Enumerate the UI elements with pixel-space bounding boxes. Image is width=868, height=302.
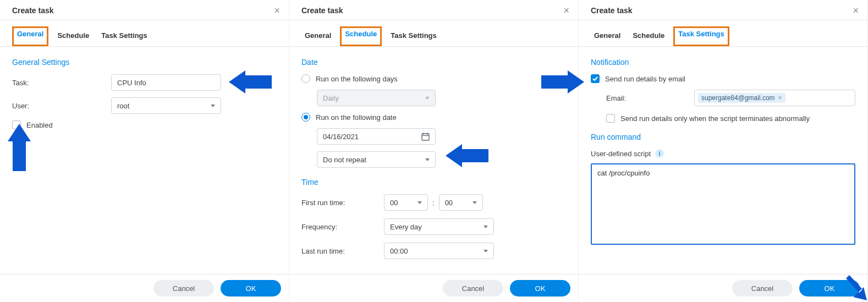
repeat-select[interactable]: Do not repeat (317, 151, 436, 168)
dialog-title: Create task (12, 6, 54, 15)
enabled-checkbox[interactable] (12, 120, 21, 129)
user-label: User: (12, 102, 111, 110)
tab-bar: General Schedule Task Settings (289, 20, 578, 47)
send-email-checkbox[interactable] (591, 74, 600, 83)
tab-task-settings[interactable]: Task Settings (387, 28, 440, 46)
email-input[interactable]: supergate84@gmail.com × (694, 90, 855, 106)
chevron-down-icon (473, 201, 477, 204)
user-select[interactable]: root (111, 97, 221, 114)
close-icon[interactable]: × (853, 6, 859, 15)
frequency-label: Frequency: (301, 223, 384, 231)
section-run-command: Run command (591, 133, 855, 141)
frequency-value: Every day (390, 223, 422, 231)
send-email-label: Send run details by email (605, 75, 685, 83)
dialog-header: Create task × (0, 0, 289, 20)
email-chip-text: supergate84@gmail.com (701, 94, 775, 102)
chevron-down-icon (425, 158, 430, 161)
tab-task-settings[interactable]: Task Settings (673, 26, 729, 46)
cancel-button[interactable]: Cancel (153, 280, 214, 296)
task-input[interactable] (111, 74, 221, 91)
dialog-task-settings: Create task × General Schedule Task Sett… (579, 0, 868, 302)
daily-value: Daily (323, 94, 339, 102)
ok-button[interactable]: OK (510, 280, 570, 296)
date-input[interactable]: 04/16/2021 (317, 128, 436, 145)
run-days-label: Run on the following days (316, 75, 398, 83)
svg-rect-3 (427, 133, 428, 134)
chevron-down-icon (484, 226, 488, 228)
tab-general[interactable]: General (591, 28, 624, 46)
dialog-general: Create task × General Schedule Task Sett… (0, 0, 289, 302)
tab-general[interactable]: General (301, 28, 334, 46)
last-run-select[interactable]: 00:00 (384, 243, 494, 259)
script-textarea[interactable] (591, 163, 855, 245)
dialog-schedule: Create task × General Schedule Task Sett… (289, 0, 579, 302)
cancel-button[interactable]: Cancel (732, 280, 793, 296)
dialog-header: Create task × (579, 0, 867, 20)
chevron-down-icon (211, 105, 215, 107)
dialog-body: Notification Send run details by email E… (579, 47, 867, 274)
chip-remove-icon[interactable]: × (778, 94, 782, 102)
section-date: Date (301, 58, 566, 67)
user-select-value: root (117, 102, 129, 110)
ok-button[interactable]: OK (799, 280, 860, 296)
enabled-label: Enabled (26, 121, 53, 129)
hour-select[interactable]: 00 (384, 194, 428, 211)
daily-select: Daily (317, 90, 436, 106)
chevron-down-icon (417, 201, 422, 204)
minute-select[interactable]: 00 (439, 194, 483, 211)
user-script-label: User-defined script (591, 150, 651, 158)
section-time: Time (301, 178, 566, 186)
radio-run-days[interactable] (301, 74, 310, 83)
chevron-down-icon (425, 97, 430, 100)
last-run-value: 00:00 (390, 247, 408, 255)
section-general-settings: General Settings (12, 58, 277, 67)
minute-value: 00 (445, 199, 453, 207)
dialog-header: Create task × (289, 0, 578, 20)
dialog-footer: Cancel OK (579, 274, 867, 302)
email-chip: supergate84@gmail.com × (698, 93, 785, 103)
abnormal-label: Send run details only when the script te… (620, 114, 810, 123)
radio-run-date[interactable] (301, 113, 310, 122)
dialog-title: Create task (591, 6, 633, 15)
first-run-label: First run time: (301, 199, 384, 207)
tab-task-settings[interactable]: Task Settings (98, 28, 151, 46)
section-notification: Notification (591, 58, 855, 67)
dialog-body: General Settings Task: User: root Enable… (0, 47, 289, 274)
close-icon[interactable]: × (563, 6, 569, 15)
dialog-footer: Cancel OK (0, 274, 289, 302)
abnormal-checkbox[interactable] (606, 114, 615, 123)
cancel-button[interactable]: Cancel (443, 280, 503, 296)
time-colon: : (432, 199, 435, 207)
chevron-down-icon (484, 250, 488, 252)
task-input-field[interactable] (117, 79, 215, 87)
tab-schedule[interactable]: Schedule (340, 26, 382, 46)
tab-bar: General Schedule Task Settings (0, 20, 289, 47)
repeat-value: Do not repeat (323, 156, 366, 164)
tab-bar: General Schedule Task Settings (579, 20, 867, 47)
task-label: Task: (12, 79, 111, 87)
date-value: 04/16/2021 (323, 133, 359, 141)
info-icon[interactable]: i (655, 149, 664, 158)
dialog-title: Create task (301, 6, 343, 15)
svg-rect-0 (422, 134, 429, 140)
ok-button[interactable]: OK (221, 280, 281, 296)
tab-schedule[interactable]: Schedule (54, 28, 92, 46)
tab-schedule[interactable]: Schedule (629, 28, 668, 46)
last-run-label: Last run time: (301, 247, 384, 255)
dialog-body: Date Run on the following days Daily Run… (289, 47, 578, 274)
email-label: Email: (606, 94, 694, 102)
tab-general[interactable]: General (12, 26, 48, 46)
calendar-icon (421, 133, 430, 141)
frequency-select[interactable]: Every day (384, 218, 494, 235)
dialog-footer: Cancel OK (289, 274, 578, 302)
close-icon[interactable]: × (274, 6, 280, 15)
svg-rect-2 (423, 133, 424, 134)
run-date-label: Run on the following date (316, 113, 397, 122)
hour-value: 00 (390, 199, 398, 207)
